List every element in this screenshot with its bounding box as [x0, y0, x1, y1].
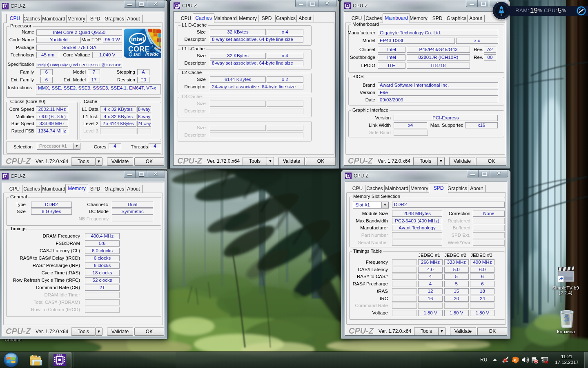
svg-text:Quad: Quad	[129, 52, 140, 57]
svg-text:intel: intel	[131, 36, 144, 43]
svg-text:™: ™	[147, 45, 149, 48]
svg-text:a: a	[514, 357, 517, 362]
